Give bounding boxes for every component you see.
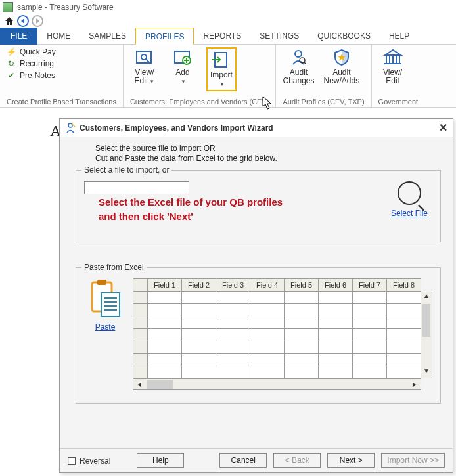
dialog-title: Customers, Employees, and Vendors Import… <box>80 123 273 133</box>
grid-header[interactable]: Field 2 <box>182 279 216 292</box>
grid-corner <box>133 279 148 292</box>
help-button[interactable]: Help <box>137 453 184 468</box>
svg-point-1 <box>141 54 147 60</box>
tab-reports[interactable]: REPORTS <box>194 28 250 45</box>
vertical-scrollbar[interactable]: ▲ ▼ <box>421 292 432 378</box>
window-title: sample - Treasury Software <box>17 3 114 12</box>
wizard-icon <box>65 123 76 133</box>
grid-header[interactable]: Field 1 <box>148 279 182 292</box>
scroll-down-icon[interactable]: ▼ <box>421 367 432 378</box>
add-icon <box>173 47 192 67</box>
scroll-thumb[interactable] <box>422 304 430 337</box>
scroll-thumb[interactable] <box>147 380 173 389</box>
svg-rect-22 <box>101 293 120 316</box>
tab-strip: FILE HOME SAMPLES PROFILES REPORTS SETTI… <box>0 28 456 45</box>
tab-samples[interactable]: SAMPLES <box>80 28 135 45</box>
audit-new-button[interactable]: Audit New/Adds <box>324 47 360 85</box>
scroll-up-icon[interactable]: ▲ <box>421 292 432 303</box>
svg-line-10 <box>304 62 306 64</box>
paste-legend: Paste from Excel <box>81 263 147 272</box>
checkbox-icon <box>68 457 76 465</box>
home-icon[interactable] <box>4 16 14 26</box>
ribbon-group-audit: Audit Changes Audit New/Adds Audit Profi… <box>276 45 371 107</box>
table-row[interactable] <box>133 292 421 304</box>
select-file-legend: Select a file to import, or <box>81 165 171 175</box>
close-icon[interactable]: ✕ <box>439 121 447 134</box>
import-button[interactable]: Import▼ <box>206 47 237 91</box>
annotation-line2: and then click 'Next' <box>99 210 380 223</box>
ribbon-label-transactions: Create Profile Based Transactions <box>7 97 116 106</box>
back-icon[interactable] <box>17 15 29 27</box>
view-edit-icon <box>135 47 154 67</box>
grid-header[interactable]: Field 5 <box>285 279 319 292</box>
paste-fieldset: Paste from Excel Paste <box>76 267 441 404</box>
magnifier-icon <box>398 181 421 205</box>
ribbon: ⚡Quick Pay ↻Recurring ✔Pre-Notes Create … <box>0 45 456 108</box>
table-row[interactable] <box>133 304 421 316</box>
horizontal-scrollbar[interactable]: ◄ ► <box>133 379 421 390</box>
recurring-button[interactable]: ↻Recurring <box>7 59 56 68</box>
title-bar: sample - Treasury Software <box>0 0 456 14</box>
dialog-intro: Select the source file to import OR Cut … <box>95 144 441 163</box>
table-row[interactable] <box>133 341 421 354</box>
view-edit-button[interactable]: View/ Edit▼ <box>130 47 159 86</box>
tab-profiles[interactable]: PROFILES <box>135 28 194 45</box>
back-button[interactable]: < Back <box>273 453 321 468</box>
file-path-input[interactable] <box>84 181 189 194</box>
next-button[interactable]: Next > <box>327 453 375 468</box>
lightning-icon: ⚡ <box>7 47 16 56</box>
dialog-title-bar: Customers, Employees, and Vendors Import… <box>60 119 453 137</box>
paste-link[interactable]: Paste <box>84 322 126 332</box>
audit-new-icon <box>332 47 351 67</box>
excel-grid[interactable]: Field 1 Field 2 Field 3 Field 4 Field 5 … <box>133 278 432 390</box>
government-icon <box>383 47 403 67</box>
select-file-button[interactable]: Select File <box>386 181 432 218</box>
svg-rect-21 <box>97 280 106 285</box>
grid-header[interactable]: Field 8 <box>387 279 421 292</box>
quick-pay-button[interactable]: ⚡Quick Pay <box>7 47 56 56</box>
select-file-link[interactable]: Select File <box>386 209 432 218</box>
tab-file[interactable]: FILE <box>0 28 37 45</box>
annotation-line1: Select the Excel file of your QB profile… <box>99 196 380 209</box>
check-icon: ✔ <box>7 71 16 80</box>
scroll-left-icon[interactable]: ◄ <box>133 381 145 388</box>
ribbon-group-cev: View/ Edit▼ Add▼ Import▼ Customers, Empl… <box>124 45 277 107</box>
scroll-right-icon[interactable]: ► <box>409 381 421 388</box>
ribbon-label-gov: Government <box>378 97 419 106</box>
tab-settings[interactable]: SETTINGS <box>250 28 308 45</box>
tab-help[interactable]: HELP <box>380 28 419 45</box>
ribbon-label-cev: Customers, Employees and Vendors (CEV) <box>130 97 269 106</box>
ribbon-group-gov: View/ Edit Government <box>372 45 425 107</box>
prenotes-button[interactable]: ✔Pre-Notes <box>7 71 56 80</box>
recurring-icon: ↻ <box>7 59 16 68</box>
ribbon-label-audit: Audit Profiles (CEV, TXP) <box>283 97 364 106</box>
tab-quickbooks[interactable]: QUICKBOOKS <box>308 28 380 45</box>
reversal-checkbox[interactable]: Reversal <box>68 456 110 465</box>
tab-home[interactable]: HOME <box>37 28 80 45</box>
paste-button[interactable]: Paste <box>84 278 126 332</box>
cancel-button[interactable]: Cancel <box>219 453 267 468</box>
nav-icons <box>0 14 456 28</box>
gov-view-edit-button[interactable]: View/ Edit <box>378 47 407 85</box>
audit-changes-button[interactable]: Audit Changes <box>283 47 314 85</box>
dialog-footer: Reversal Help Cancel < Back Next > Impor… <box>60 448 453 472</box>
table-row[interactable] <box>133 329 421 341</box>
clipboard-icon <box>88 278 122 318</box>
import-icon <box>212 50 231 70</box>
grid-header[interactable]: Field 4 <box>250 279 285 292</box>
svg-point-18 <box>68 123 72 127</box>
table-row[interactable] <box>133 366 421 379</box>
import-now-button[interactable]: Import Now >> <box>381 453 445 468</box>
app-icon <box>3 2 13 12</box>
table-row[interactable] <box>133 316 421 329</box>
add-button[interactable]: Add▼ <box>168 47 197 86</box>
forward-icon[interactable] <box>32 15 43 27</box>
ribbon-group-transactions: ⚡Quick Pay ↻Recurring ✔Pre-Notes Create … <box>0 45 124 107</box>
grid-header[interactable]: Field 7 <box>353 279 387 292</box>
audit-changes-icon <box>289 47 308 67</box>
svg-point-8 <box>295 51 302 57</box>
select-file-fieldset: Select a file to import, or Select the E… <box>76 170 441 242</box>
table-row[interactable] <box>133 354 421 366</box>
grid-header[interactable]: Field 6 <box>319 279 353 292</box>
grid-header[interactable]: Field 3 <box>216 279 250 292</box>
